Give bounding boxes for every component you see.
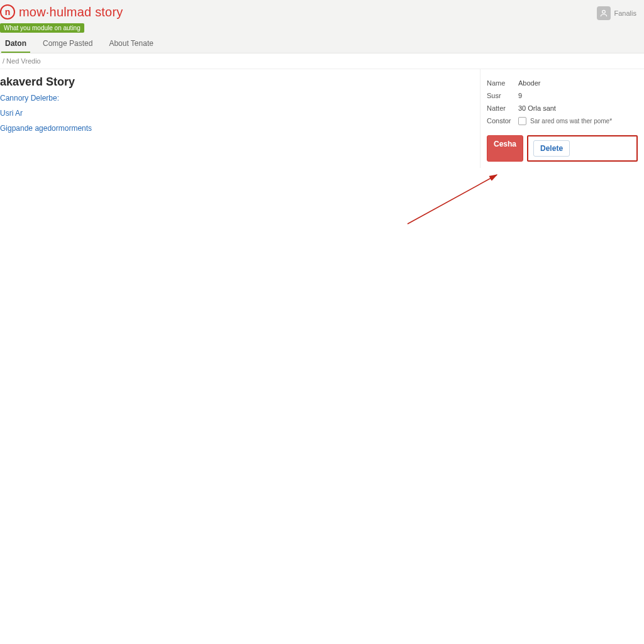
tab-daton[interactable]: Daton (1, 36, 30, 53)
link-list: Cannory Delerbe: Usri Ar Gigpande agedor… (0, 94, 472, 133)
field-constor: Constor Sar ared oms wat ther pome* (487, 114, 638, 128)
header-user-area[interactable]: Fanalis (597, 6, 636, 20)
avatar[interactable] (597, 6, 611, 20)
link-gigpande[interactable]: Gigpande agedormorments (0, 124, 472, 133)
field-susr-value: 9 (518, 92, 638, 99)
tab-about-tenate[interactable]: About Tenate (105, 36, 157, 53)
breadcrumb: / Ned Vredio (0, 53, 644, 69)
field-name-value: Aboder (518, 79, 638, 87)
tab-bar: Daton Comge Pasted About Tenate (0, 36, 639, 53)
svg-line-1 (408, 175, 497, 224)
field-natter-label: Natter (487, 104, 518, 112)
cesha-button[interactable]: Cesha (487, 135, 523, 162)
user-icon (599, 9, 608, 18)
field-natter-value: 30 Orla sant (518, 104, 638, 112)
delete-button[interactable]: Delete (533, 140, 570, 157)
details-panel: Name Aboder Susr 9 Natter 30 Orla sant C… (480, 69, 644, 168)
brand: n mow·hulmad story (0, 3, 639, 22)
field-name: Name Aboder (487, 77, 638, 89)
constor-checkbox[interactable] (518, 117, 526, 125)
main-content: akaverd Story Cannory Delerbe: Usri Ar G… (0, 69, 480, 133)
brand-text: mow·hulmad story (19, 5, 123, 19)
svg-point-0 (602, 10, 605, 13)
page-body: akaverd Story Cannory Delerbe: Usri Ar G… (0, 69, 644, 168)
delete-highlight-box: Delete (527, 135, 638, 162)
notice-banner: What you module on auting (0, 23, 84, 33)
field-constor-label: Constor (487, 117, 518, 125)
logo-icon: n (0, 4, 15, 19)
field-natter: Natter 30 Orla sant (487, 102, 638, 114)
user-name: Fanalis (614, 9, 636, 17)
field-susr-label: Susr (487, 92, 518, 99)
tab-comge-pasted[interactable]: Comge Pasted (39, 36, 96, 53)
link-cannory-delerbe[interactable]: Cannory Delerbe: (0, 94, 472, 103)
field-name-label: Name (487, 79, 518, 87)
app-header: n mow·hulmad story What you module on au… (0, 0, 644, 53)
page-title: akaverd Story (0, 75, 472, 89)
field-susr: Susr 9 (487, 89, 638, 102)
field-constor-value: Sar ared oms wat ther pome* (518, 117, 638, 125)
panel-actions: Cesha Delete (487, 135, 638, 162)
link-usri-ar[interactable]: Usri Ar (0, 109, 472, 118)
constor-checkbox-label: Sar ared oms wat ther pome* (530, 118, 612, 125)
